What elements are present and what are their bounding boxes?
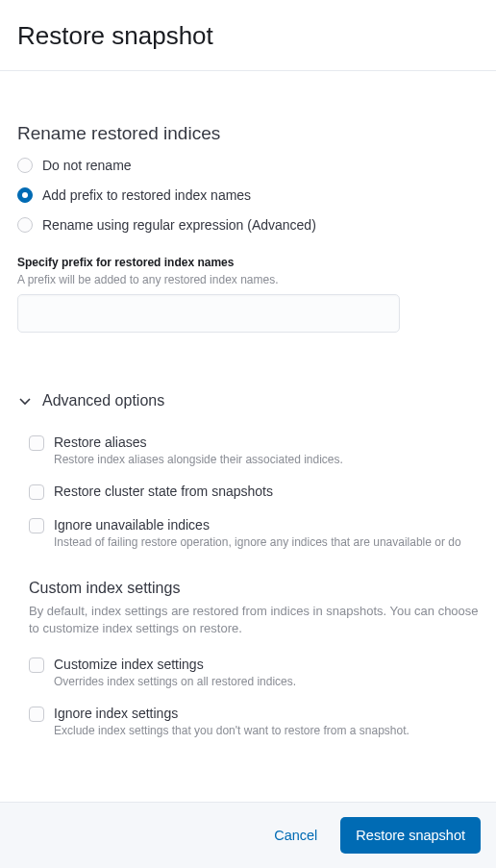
checkbox-desc: Exclude index settings that you don't wa… <box>54 724 409 737</box>
advanced-options-toggle[interactable]: Advanced options <box>17 392 479 409</box>
radio-label: Rename using regular expression (Advance… <box>42 217 316 233</box>
checkbox-text: Restore aliases Restore index aliases al… <box>54 434 343 466</box>
cancel-button[interactable]: Cancel <box>268 820 323 851</box>
checkbox-desc: Restore index aliases alongside their as… <box>54 453 343 466</box>
dialog-title: Restore snapshot <box>17 21 479 51</box>
dialog-header: Restore snapshot <box>0 0 496 71</box>
advanced-options-title: Advanced options <box>42 392 164 409</box>
radio-icon <box>17 187 33 203</box>
checkbox-label: Ignore unavailable indices <box>54 517 461 533</box>
dialog-footer: Cancel Restore snapshot <box>0 802 496 868</box>
checkbox-label: Ignore index settings <box>54 706 409 721</box>
prefix-input[interactable] <box>17 294 400 333</box>
radio-icon <box>17 158 33 173</box>
radio-label: Do not rename <box>42 158 132 173</box>
checkbox-desc: Instead of failing restore operation, ig… <box>54 535 461 549</box>
checkbox-label: Restore aliases <box>54 434 343 450</box>
custom-checkbox-group: Customize index settings Overrides index… <box>29 657 479 737</box>
dialog-content: Rename restored indices Do not rename Ad… <box>0 71 496 802</box>
radio-do-not-rename[interactable]: Do not rename <box>17 158 479 173</box>
checkbox-restore-cluster-state: Restore cluster state from snapshots <box>29 484 479 500</box>
radio-label: Add prefix to restored index names <box>42 187 251 203</box>
checkbox-input[interactable] <box>29 707 44 722</box>
radio-add-prefix[interactable]: Add prefix to restored index names <box>17 187 479 203</box>
checkbox-desc: Overrides index settings on all restored… <box>54 675 296 688</box>
rename-section-title: Rename restored indices <box>17 123 479 144</box>
checkbox-text: Ignore unavailable indices Instead of fa… <box>54 517 461 549</box>
checkbox-ignore-index-settings: Ignore index settings Exclude index sett… <box>29 706 479 737</box>
checkbox-label: Customize index settings <box>54 657 296 672</box>
checkbox-input[interactable] <box>29 484 44 500</box>
checkbox-customize-index-settings: Customize index settings Overrides index… <box>29 657 479 688</box>
prefix-field-help: A prefix will be added to any restored i… <box>17 273 479 286</box>
radio-regex-rename[interactable]: Rename using regular expression (Advance… <box>17 217 479 233</box>
checkbox-label: Restore cluster state from snapshots <box>54 484 273 499</box>
prefix-field-label: Specify prefix for restored index names <box>17 256 479 269</box>
checkbox-text: Customize index settings Overrides index… <box>54 657 296 688</box>
advanced-checkbox-group: Restore aliases Restore index aliases al… <box>17 434 479 549</box>
chevron-down-icon <box>17 393 33 409</box>
checkbox-ignore-unavailable: Ignore unavailable indices Instead of fa… <box>29 517 479 549</box>
restore-snapshot-button[interactable]: Restore snapshot <box>340 817 481 854</box>
checkbox-input[interactable] <box>29 657 44 673</box>
checkbox-input[interactable] <box>29 435 44 451</box>
checkbox-text: Ignore index settings Exclude index sett… <box>54 706 409 737</box>
checkbox-input[interactable] <box>29 518 44 533</box>
rename-radio-group: Do not rename Add prefix to restored ind… <box>17 158 479 233</box>
checkbox-text: Restore cluster state from snapshots <box>54 484 273 499</box>
radio-icon <box>17 217 33 233</box>
checkbox-restore-aliases: Restore aliases Restore index aliases al… <box>29 434 479 466</box>
custom-index-desc: By default, index settings are restored … <box>29 603 479 637</box>
custom-index-section: Custom index settings By default, index … <box>17 580 479 737</box>
custom-index-title: Custom index settings <box>29 580 479 597</box>
